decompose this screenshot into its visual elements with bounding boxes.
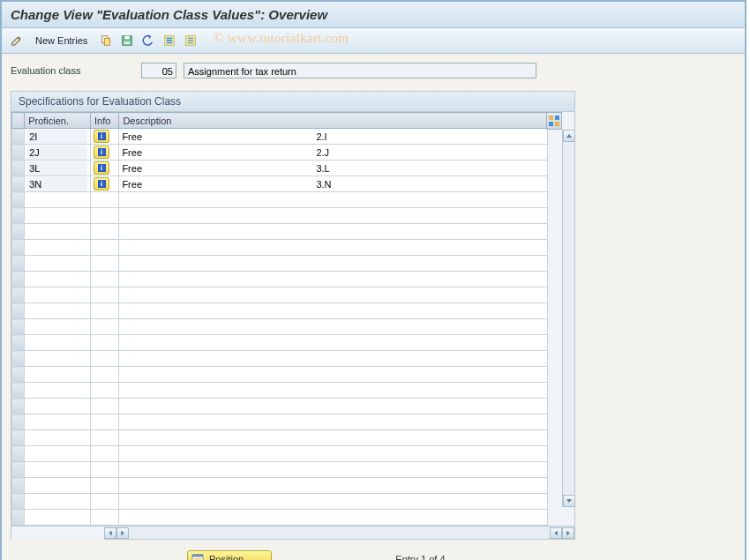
proficien-cell[interactable] xyxy=(25,383,91,399)
new-entries-button[interactable]: New Entries xyxy=(30,32,93,49)
row-selector[interactable] xyxy=(12,319,25,335)
row-selector[interactable] xyxy=(12,462,25,478)
proficien-cell[interactable] xyxy=(25,430,91,446)
description-cell[interactable] xyxy=(119,192,548,208)
proficien-cell[interactable] xyxy=(25,351,91,367)
proficien-cell[interactable]: 3L xyxy=(25,161,91,176)
row-selector[interactable] xyxy=(12,287,25,303)
description-cell[interactable] xyxy=(119,335,548,351)
proficien-cell[interactable] xyxy=(25,256,91,272)
description-cell[interactable] xyxy=(119,510,548,526)
proficien-cell[interactable]: 2I xyxy=(25,129,91,145)
copy-icon[interactable] xyxy=(98,33,114,49)
description-cell[interactable] xyxy=(119,351,548,367)
proficien-cell[interactable] xyxy=(25,240,91,256)
description-cell[interactable] xyxy=(119,399,548,414)
edit-icon[interactable] xyxy=(9,33,25,49)
proficien-cell[interactable] xyxy=(25,224,91,240)
proficien-cell[interactable] xyxy=(25,272,91,287)
row-selector[interactable] xyxy=(12,145,25,161)
info-button[interactable]: i xyxy=(94,177,109,190)
row-selector[interactable] xyxy=(12,303,25,319)
proficien-cell[interactable] xyxy=(25,367,91,383)
description-cell[interactable] xyxy=(119,383,548,399)
row-selector[interactable] xyxy=(12,256,25,272)
description-cell[interactable]: Free2.I xyxy=(119,129,548,145)
description-cell[interactable] xyxy=(119,462,548,478)
row-selector[interactable] xyxy=(12,192,25,208)
row-selector[interactable] xyxy=(12,367,25,383)
scroll-down-button[interactable] xyxy=(563,495,575,507)
description-cell[interactable] xyxy=(119,494,548,510)
description-cell[interactable] xyxy=(119,446,548,462)
row-selector[interactable] xyxy=(12,399,25,414)
row-selector[interactable] xyxy=(12,335,25,351)
row-selector[interactable] xyxy=(12,351,25,367)
col-header-proficien[interactable]: Proficien. xyxy=(25,113,91,129)
scroll-up-button[interactable] xyxy=(563,130,575,142)
description-cell[interactable] xyxy=(119,224,548,240)
row-selector-header[interactable] xyxy=(12,113,25,129)
table-layout-button[interactable] xyxy=(546,112,562,130)
select-all-icon[interactable] xyxy=(161,33,177,49)
proficien-cell[interactable] xyxy=(25,319,91,335)
proficien-cell[interactable] xyxy=(25,335,91,351)
proficien-cell[interactable] xyxy=(25,414,91,430)
row-selector[interactable] xyxy=(12,494,25,510)
scroll-left-end-button[interactable] xyxy=(550,527,562,539)
info-button[interactable]: i xyxy=(94,130,109,143)
proficien-cell[interactable] xyxy=(25,510,91,526)
proficien-cell[interactable] xyxy=(25,287,91,303)
description-cell[interactable]: Free3.N xyxy=(119,176,548,192)
scroll-track[interactable] xyxy=(563,143,574,494)
row-selector[interactable] xyxy=(12,383,25,399)
proficien-cell[interactable] xyxy=(25,462,91,478)
description-cell[interactable] xyxy=(119,303,548,319)
proficien-cell[interactable]: 2J xyxy=(25,145,91,161)
description-cell[interactable] xyxy=(119,414,548,430)
description-cell[interactable] xyxy=(119,272,548,287)
proficien-cell[interactable]: 3N xyxy=(25,176,91,192)
row-selector[interactable] xyxy=(12,478,25,494)
position-button[interactable]: Position... xyxy=(187,550,272,560)
save-icon[interactable] xyxy=(119,33,135,49)
row-selector[interactable] xyxy=(12,176,25,192)
scroll-right-button[interactable] xyxy=(116,527,129,539)
proficien-cell[interactable] xyxy=(25,399,91,414)
col-header-description[interactable]: Description xyxy=(119,113,548,129)
row-selector[interactable] xyxy=(12,129,25,145)
row-selector[interactable] xyxy=(12,430,25,446)
proficien-cell[interactable] xyxy=(25,303,91,319)
description-cell[interactable] xyxy=(119,256,548,272)
scroll-left-button[interactable] xyxy=(104,527,116,539)
row-selector[interactable] xyxy=(12,240,25,256)
row-selector[interactable] xyxy=(12,446,25,462)
description-cell[interactable] xyxy=(119,478,548,494)
proficien-cell[interactable] xyxy=(25,208,91,224)
description-cell[interactable] xyxy=(119,240,548,256)
col-header-info[interactable]: Info xyxy=(91,113,119,129)
undo-icon[interactable] xyxy=(140,33,156,49)
row-selector[interactable] xyxy=(12,510,25,526)
description-cell[interactable] xyxy=(119,430,548,446)
proficien-cell[interactable] xyxy=(25,446,91,462)
deselect-all-icon[interactable] xyxy=(183,33,199,49)
row-selector[interactable] xyxy=(12,272,25,287)
proficien-cell[interactable] xyxy=(25,478,91,494)
row-selector[interactable] xyxy=(12,224,25,240)
vertical-scrollbar[interactable] xyxy=(562,130,574,507)
row-selector[interactable] xyxy=(12,414,25,430)
scroll-right-end-button[interactable] xyxy=(562,527,574,539)
row-selector[interactable] xyxy=(12,208,25,224)
description-cell[interactable]: Free2.J xyxy=(119,145,548,161)
proficien-cell[interactable] xyxy=(25,494,91,510)
info-button[interactable]: i xyxy=(94,161,109,175)
description-cell[interactable] xyxy=(119,319,548,335)
info-button[interactable]: i xyxy=(94,146,109,159)
description-cell[interactable] xyxy=(119,367,548,383)
description-cell[interactable]: Free3.L xyxy=(119,161,548,176)
description-cell[interactable] xyxy=(119,208,548,224)
row-selector[interactable] xyxy=(12,161,25,176)
description-cell[interactable] xyxy=(119,287,548,303)
proficien-cell[interactable] xyxy=(25,192,91,208)
